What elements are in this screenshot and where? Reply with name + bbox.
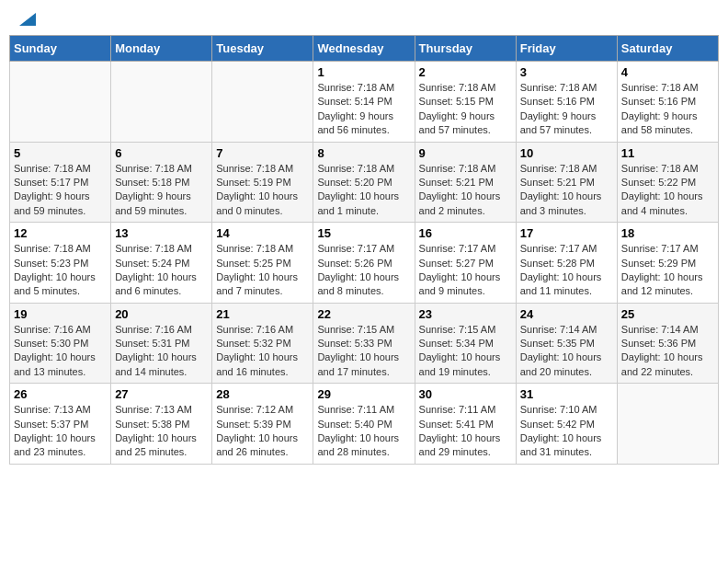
calendar-cell: 8Sunrise: 7:18 AMSunset: 5:20 PMDaylight… <box>313 142 415 223</box>
day-info-text: Daylight: 10 hours and 6 minutes. <box>115 270 208 299</box>
day-number: 20 <box>115 307 208 321</box>
day-info-text: Sunset: 5:22 PM <box>621 176 714 190</box>
day-info-text: Sunset: 5:19 PM <box>216 176 309 190</box>
day-number: 28 <box>216 387 309 401</box>
day-info-text: Sunrise: 7:14 AM <box>621 323 714 337</box>
calendar-cell <box>617 384 718 465</box>
day-info-text: Sunrise: 7:17 AM <box>419 242 512 256</box>
day-number: 2 <box>419 65 512 79</box>
calendar-cell: 31Sunrise: 7:10 AMSunset: 5:42 PMDayligh… <box>516 384 617 465</box>
day-number: 1 <box>317 65 410 79</box>
day-number: 10 <box>520 146 613 160</box>
calendar-table: SundayMondayTuesdayWednesdayThursdayFrid… <box>9 35 719 465</box>
day-info-text: Daylight: 10 hours and 28 minutes. <box>317 431 410 460</box>
day-info-text: Sunrise: 7:15 AM <box>419 323 512 337</box>
day-number: 8 <box>317 146 410 160</box>
day-info-text: Sunrise: 7:15 AM <box>317 323 410 337</box>
day-info-text: Daylight: 9 hours and 57 minutes. <box>520 109 613 138</box>
calendar-cell: 6Sunrise: 7:18 AMSunset: 5:18 PMDaylight… <box>111 142 212 223</box>
day-info-text: Sunrise: 7:18 AM <box>14 162 107 176</box>
day-info-text: Sunrise: 7:18 AM <box>419 81 512 95</box>
day-info-text: Sunset: 5:37 PM <box>14 418 107 431</box>
day-info-text: Daylight: 10 hours and 23 minutes. <box>14 431 107 460</box>
day-number: 5 <box>14 146 107 160</box>
day-info-text: Daylight: 10 hours and 2 minutes. <box>419 190 512 218</box>
day-info-text: Sunrise: 7:16 AM <box>216 323 309 337</box>
day-info-text: Sunrise: 7:18 AM <box>115 162 208 176</box>
day-number: 15 <box>317 226 410 240</box>
day-info-text: Daylight: 9 hours and 56 minutes. <box>317 109 410 138</box>
day-info-text: Sunrise: 7:11 AM <box>419 403 512 417</box>
day-info-text: Sunset: 5:42 PM <box>520 418 613 431</box>
calendar-cell: 30Sunrise: 7:11 AMSunset: 5:41 PMDayligh… <box>415 384 516 465</box>
day-info-text: Sunset: 5:35 PM <box>520 337 613 350</box>
day-number: 9 <box>419 146 512 160</box>
day-info-text: Sunrise: 7:18 AM <box>520 81 613 95</box>
day-info-text: Sunset: 5:26 PM <box>317 257 410 270</box>
day-info-text: Daylight: 10 hours and 3 minutes. <box>520 190 613 218</box>
calendar-cell: 7Sunrise: 7:18 AMSunset: 5:19 PMDaylight… <box>212 142 313 223</box>
day-info-text: Sunset: 5:40 PM <box>317 418 410 431</box>
day-info-text: Sunrise: 7:18 AM <box>621 81 714 95</box>
day-number: 12 <box>14 226 107 240</box>
calendar-cell: 4Sunrise: 7:18 AMSunset: 5:16 PMDaylight… <box>617 62 718 143</box>
day-number: 7 <box>216 146 309 160</box>
calendar-cell: 27Sunrise: 7:13 AMSunset: 5:38 PMDayligh… <box>111 384 212 465</box>
calendar-cell: 29Sunrise: 7:11 AMSunset: 5:40 PMDayligh… <box>313 384 415 465</box>
day-number: 17 <box>520 226 613 240</box>
calendar-cell: 18Sunrise: 7:17 AMSunset: 5:29 PMDayligh… <box>617 223 718 304</box>
day-info-text: Daylight: 10 hours and 13 minutes. <box>14 350 107 379</box>
day-info-text: Sunrise: 7:13 AM <box>115 403 208 417</box>
day-number: 24 <box>520 307 613 321</box>
day-info-text: Daylight: 10 hours and 1 minute. <box>317 190 410 218</box>
day-info-text: Sunrise: 7:18 AM <box>115 242 208 256</box>
weekday-header-sunday: Sunday <box>10 36 111 62</box>
day-info-text: Daylight: 10 hours and 0 minutes. <box>216 190 309 218</box>
day-info-text: Daylight: 9 hours and 58 minutes. <box>621 109 714 138</box>
day-info-text: Sunset: 5:36 PM <box>621 337 714 350</box>
day-info-text: Sunrise: 7:18 AM <box>317 81 410 95</box>
calendar-cell <box>212 62 313 143</box>
calendar-cell: 19Sunrise: 7:16 AMSunset: 5:30 PMDayligh… <box>10 303 111 384</box>
day-number: 18 <box>621 226 714 240</box>
day-info-text: Sunset: 5:20 PM <box>317 176 410 190</box>
day-number: 22 <box>317 307 410 321</box>
day-info-text: Sunrise: 7:11 AM <box>317 403 410 417</box>
day-info-text: Sunrise: 7:10 AM <box>520 403 613 417</box>
day-info-text: Sunset: 5:14 PM <box>317 95 410 109</box>
day-info-text: Daylight: 10 hours and 4 minutes. <box>621 190 714 218</box>
day-info-text: Sunrise: 7:17 AM <box>317 242 410 256</box>
calendar-cell: 5Sunrise: 7:18 AMSunset: 5:17 PMDaylight… <box>10 142 111 223</box>
day-info-text: Daylight: 10 hours and 26 minutes. <box>216 431 309 460</box>
day-info-text: Daylight: 10 hours and 8 minutes. <box>317 270 410 299</box>
day-info-text: Sunrise: 7:18 AM <box>216 242 309 256</box>
svg-marker-0 <box>19 13 36 26</box>
day-info-text: Sunset: 5:34 PM <box>419 337 512 350</box>
day-info-text: Sunrise: 7:17 AM <box>520 242 613 256</box>
day-info-text: Sunset: 5:29 PM <box>621 257 714 270</box>
calendar-cell: 28Sunrise: 7:12 AMSunset: 5:39 PMDayligh… <box>212 384 313 465</box>
day-info-text: Daylight: 10 hours and 20 minutes. <box>520 350 613 379</box>
calendar-cell: 11Sunrise: 7:18 AMSunset: 5:22 PMDayligh… <box>617 142 718 223</box>
calendar-cell: 15Sunrise: 7:17 AMSunset: 5:26 PMDayligh… <box>313 223 415 304</box>
day-info-text: Daylight: 9 hours and 59 minutes. <box>14 190 107 218</box>
calendar-cell: 9Sunrise: 7:18 AMSunset: 5:21 PMDaylight… <box>415 142 516 223</box>
day-number: 13 <box>115 226 208 240</box>
weekday-header-monday: Monday <box>111 36 212 62</box>
calendar-cell <box>111 62 212 143</box>
day-number: 14 <box>216 226 309 240</box>
day-info-text: Daylight: 10 hours and 9 minutes. <box>419 270 512 299</box>
day-number: 29 <box>317 387 410 401</box>
calendar-cell: 16Sunrise: 7:17 AMSunset: 5:27 PMDayligh… <box>415 223 516 304</box>
day-info-text: Sunset: 5:16 PM <box>621 95 714 109</box>
calendar-cell: 1Sunrise: 7:18 AMSunset: 5:14 PMDaylight… <box>313 62 415 143</box>
day-info-text: Sunrise: 7:14 AM <box>520 323 613 337</box>
day-info-text: Sunset: 5:31 PM <box>115 337 208 350</box>
calendar-cell: 25Sunrise: 7:14 AMSunset: 5:36 PMDayligh… <box>617 303 718 384</box>
day-info-text: Sunrise: 7:16 AM <box>14 323 107 337</box>
calendar-header <box>9 9 719 28</box>
day-info-text: Sunrise: 7:18 AM <box>14 242 107 256</box>
weekday-header-wednesday: Wednesday <box>313 36 415 62</box>
day-info-text: Daylight: 10 hours and 14 minutes. <box>115 350 208 379</box>
calendar-cell <box>10 62 111 143</box>
